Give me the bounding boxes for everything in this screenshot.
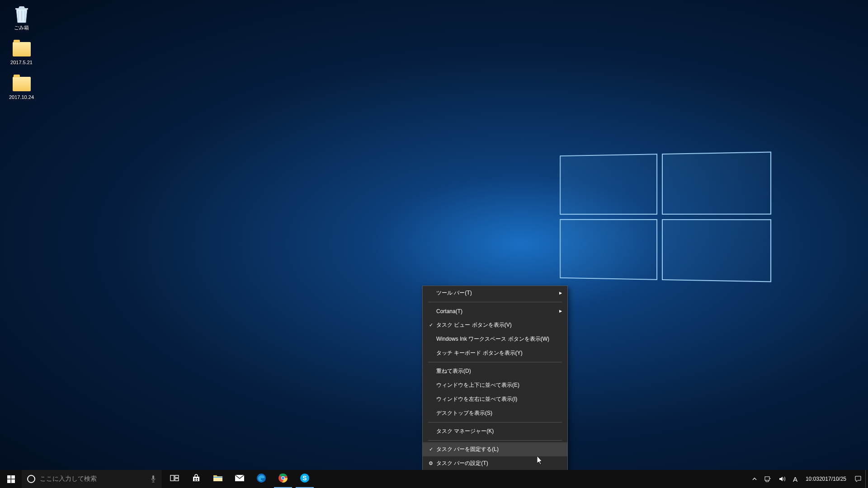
svg-rect-20 <box>765 477 769 480</box>
menu-separator <box>428 422 562 422</box>
tray-network[interactable] <box>760 470 775 488</box>
windows-icon <box>7 475 15 483</box>
desktop-icon-folder-1[interactable]: 2017.5.21 <box>5 37 38 71</box>
check-icon: ✓ <box>426 446 435 452</box>
context-menu-item-label: ウィンドウを上下に並べて表示(E) <box>435 381 562 389</box>
context-menu-item[interactable]: ウィンドウを上下に並べて表示(E) <box>423 378 567 392</box>
taskbar-pinned-apps: S <box>164 470 316 488</box>
desktop-icon-folder-2[interactable]: 2017.10.24 <box>5 72 38 106</box>
taskbar-context-menu[interactable]: ツール バー(T)▶Cortana(T)▶✓タスク ビュー ボタンを表示(V)W… <box>422 286 568 471</box>
recycle-bin-icon <box>12 5 31 24</box>
context-menu-item-label: ウィンドウを左右に並べて表示(I) <box>435 395 562 403</box>
folder-icon <box>12 75 31 94</box>
svg-rect-10 <box>194 480 196 481</box>
skype-icon: S <box>300 473 310 485</box>
context-menu-item[interactable]: ツール バー(T)▶ <box>423 286 567 300</box>
store-icon <box>192 474 201 484</box>
context-menu-item-label: タスク ビュー ボタンを表示(V) <box>435 321 562 329</box>
svg-rect-12 <box>213 477 222 478</box>
svg-rect-4 <box>152 475 154 479</box>
context-menu-item-label: タッチ キーボード ボタンを表示(Y) <box>435 349 562 357</box>
taskbar-app-mail[interactable] <box>229 470 250 488</box>
tray-ime[interactable]: A <box>789 470 801 488</box>
file-explorer-icon <box>213 474 223 484</box>
tray-time: 10:03 <box>806 476 819 483</box>
menu-separator <box>428 440 562 441</box>
start-button[interactable] <box>0 470 22 488</box>
chevron-up-icon <box>752 477 757 481</box>
context-menu-item[interactable]: ウィンドウを左右に並べて表示(I) <box>423 392 567 406</box>
svg-rect-1 <box>11 475 15 479</box>
context-menu-item-label: タスク バーを固定する(L) <box>435 446 562 453</box>
svg-rect-7 <box>175 479 179 481</box>
svg-rect-0 <box>7 475 11 479</box>
system-tray: A 10:03 2017/10/25 <box>749 470 868 488</box>
search-placeholder: ここに入力して検索 <box>40 475 146 483</box>
tray-overflow[interactable] <box>749 470 760 488</box>
context-menu-item-label: タスク マネージャー(K) <box>435 427 562 435</box>
menu-separator <box>428 362 562 362</box>
tray-date: 2017/10/25 <box>819 476 846 483</box>
desktop[interactable]: ごみ箱 2017.5.21 2017.10.24 ツール バー(T)▶Corta… <box>0 0 868 488</box>
taskbar[interactable]: ここに入力して検索 S A 10:03 2017/10/25 <box>0 470 868 488</box>
tray-volume[interactable] <box>775 470 789 488</box>
desktop-icons: ごみ箱 2017.5.21 2017.10.24 <box>5 2 38 107</box>
svg-rect-5 <box>170 475 174 481</box>
search-box[interactable]: ここに入力して検索 <box>22 470 162 488</box>
context-menu-item-label: デスクトップを表示(S) <box>435 409 562 417</box>
context-menu-item-label: Windows Ink ワークスペース ボタンを表示(W) <box>435 335 562 343</box>
context-menu-item-label: 重ねて表示(D) <box>435 367 562 375</box>
menu-separator <box>428 302 562 302</box>
wallpaper-windows-logo <box>560 152 771 282</box>
svg-rect-2 <box>7 479 11 483</box>
task-view-icon <box>170 474 179 483</box>
context-menu-item[interactable]: デスクトップを表示(S) <box>423 406 567 420</box>
desktop-icon-label: 2017.5.21 <box>10 60 33 66</box>
context-menu-item-label: Cortana(T) <box>435 308 559 314</box>
desktop-icon-recycle-bin[interactable]: ごみ箱 <box>5 2 38 36</box>
svg-text:S: S <box>302 474 307 482</box>
taskbar-app-store[interactable] <box>185 470 207 488</box>
svg-point-17 <box>282 477 284 479</box>
context-menu-item[interactable]: ✓タスク ビュー ボタンを表示(V) <box>423 318 567 332</box>
edge-icon <box>256 473 266 485</box>
folder-icon <box>12 40 31 59</box>
taskbar-app-task-view[interactable] <box>164 470 185 488</box>
network-icon <box>764 475 771 483</box>
svg-rect-11 <box>197 480 198 481</box>
taskbar-app-chrome[interactable] <box>272 470 294 488</box>
context-menu-item-label: ツール バー(T) <box>435 289 559 297</box>
chevron-right-icon: ▶ <box>559 291 562 295</box>
mail-icon <box>235 474 245 483</box>
context-menu-item[interactable]: Cortana(T)▶ <box>423 304 567 318</box>
context-menu-item[interactable]: タスク マネージャー(K) <box>423 424 567 438</box>
microphone-icon[interactable] <box>150 475 156 483</box>
tray-clock[interactable]: 10:03 2017/10/25 <box>801 470 851 488</box>
svg-rect-8 <box>194 478 196 479</box>
svg-rect-6 <box>175 475 179 478</box>
desktop-icon-label: ごみ箱 <box>14 25 29 31</box>
context-menu-item[interactable]: Windows Ink ワークスペース ボタンを表示(W) <box>423 332 567 346</box>
notification-icon <box>854 475 862 483</box>
context-menu-item[interactable]: 重ねて表示(D) <box>423 364 567 378</box>
chrome-icon <box>278 473 288 485</box>
context-menu-item[interactable]: ⚙タスク バーの設定(T) <box>423 456 567 470</box>
check-icon: ✓ <box>426 322 435 328</box>
taskbar-app-edge[interactable] <box>250 470 272 488</box>
cortana-icon <box>27 475 35 483</box>
show-desktop-button[interactable] <box>865 470 868 488</box>
svg-rect-3 <box>11 479 15 483</box>
svg-rect-9 <box>197 478 198 479</box>
desktop-icon-label: 2017.10.24 <box>9 94 34 100</box>
tray-action-center[interactable] <box>851 470 865 488</box>
chevron-right-icon: ▶ <box>559 309 562 313</box>
speaker-icon <box>778 475 786 483</box>
taskbar-app-file-explorer[interactable] <box>207 470 229 488</box>
taskbar-app-skype[interactable]: S <box>294 470 316 488</box>
gear-icon: ⚙ <box>426 460 435 466</box>
context-menu-item-label: タスク バーの設定(T) <box>435 460 562 467</box>
context-menu-item[interactable]: タッチ キーボード ボタンを表示(Y) <box>423 346 567 360</box>
context-menu-item[interactable]: ✓タスク バーを固定する(L) <box>423 442 567 456</box>
